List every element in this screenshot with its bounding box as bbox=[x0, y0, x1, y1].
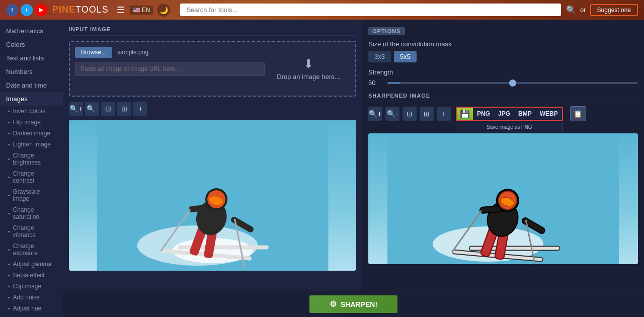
input-image-preview bbox=[69, 120, 356, 271]
content-area: INPUT IMAGE Browse... sample.png ⬇ Drop … bbox=[63, 20, 644, 317]
or-label: or bbox=[580, 6, 586, 14]
format-group-container: 💾 PNG JPG BMP WEBP Save image as PNG bbox=[456, 107, 563, 121]
sharpened-controls: 🔍+ 🔍- ⊡ ⊞ + 💾 PNG JPG BMP WEBP Save bbox=[368, 106, 638, 121]
mask-3x3-button[interactable]: 3x3 bbox=[368, 51, 391, 62]
strength-value: 50 bbox=[368, 79, 382, 87]
strength-label: Strength bbox=[368, 68, 638, 76]
skier-svg-left bbox=[69, 120, 356, 271]
filename-label: sample.png bbox=[117, 49, 148, 56]
sidebar-item-change-brightness[interactable]: Change brightness bbox=[0, 150, 63, 168]
strength-slider[interactable] bbox=[387, 82, 638, 84]
drop-area[interactable]: ⬇ Drop an image here... bbox=[267, 47, 350, 91]
sidebar-item-grayscale-image[interactable]: Grayscale image bbox=[0, 186, 63, 204]
mask-size-buttons: 3x3 5x5 bbox=[368, 51, 638, 62]
sharpened-image-preview bbox=[368, 133, 638, 264]
mask-size-option: Size of the convolution mask 3x3 5x5 bbox=[368, 40, 638, 62]
suggest-button[interactable]: Suggest one bbox=[590, 4, 638, 16]
input-skier-image bbox=[69, 120, 356, 271]
language-selector[interactable]: 🇺🇸EN bbox=[130, 6, 153, 15]
options-badge: OPTIONS bbox=[368, 27, 405, 35]
main-layout: Mathematics Colors Text and lists Number… bbox=[0, 20, 644, 317]
sidebar-item-change-contrast[interactable]: Change contrast bbox=[0, 168, 63, 186]
format-png-button[interactable]: PNG bbox=[473, 109, 494, 119]
sharpen-bar: ⚙ SHARPEN! bbox=[63, 291, 644, 317]
sidebar-item-sepia-effect[interactable]: Sepia effect bbox=[0, 270, 63, 281]
output-zoom-actual-button[interactable]: ⊞ bbox=[420, 107, 434, 121]
sidebar-item-images[interactable]: Images bbox=[0, 92, 63, 106]
copy-button[interactable]: 📋 bbox=[570, 106, 586, 121]
format-group: 💾 PNG JPG BMP WEBP bbox=[456, 107, 563, 121]
twitter-icon[interactable]: t bbox=[21, 4, 33, 16]
drop-arrow-icon: ⬇ bbox=[303, 57, 313, 71]
search-input[interactable] bbox=[180, 4, 561, 16]
sidebar-item-date-time[interactable]: Date and time bbox=[0, 78, 63, 92]
logo[interactable]: PINETOOLS bbox=[52, 5, 109, 15]
format-bmp-button[interactable]: BMP bbox=[514, 109, 536, 119]
sidebar-item-clip-image[interactable]: Clip image bbox=[0, 281, 63, 292]
strength-slider-row: 50 bbox=[368, 79, 638, 87]
zoom-out-button[interactable]: 🔍- bbox=[85, 102, 99, 116]
output-zoom-fit-button[interactable]: ⊡ bbox=[403, 107, 417, 121]
dark-mode-toggle[interactable]: 🌙 bbox=[157, 4, 170, 17]
sidebar-item-change-saturation[interactable]: Change saturation bbox=[0, 204, 63, 222]
zoom-actual-button[interactable]: ⊞ bbox=[117, 102, 131, 116]
sidebar-item-mathematics[interactable]: Mathematics bbox=[0, 24, 63, 38]
paste-input[interactable] bbox=[75, 62, 265, 76]
strength-option: Strength 50 bbox=[368, 68, 638, 87]
output-skier-image bbox=[368, 133, 638, 264]
sidebar-item-darken-image[interactable]: Darken image bbox=[0, 128, 63, 139]
youtube-icon[interactable]: ▶ bbox=[35, 4, 47, 16]
save-label: Save image as PNG bbox=[456, 123, 563, 131]
mask-size-label: Size of the convolution mask bbox=[368, 40, 638, 48]
facebook-icon[interactable]: f bbox=[6, 4, 18, 16]
sharpened-image-title: SHARPENED IMAGE bbox=[368, 93, 638, 102]
format-webp-button[interactable]: WEBP bbox=[536, 109, 562, 119]
skier-svg-right bbox=[368, 133, 638, 264]
sharpen-button-label: SHARPEN! bbox=[341, 300, 377, 308]
zoom-plus-button[interactable]: + bbox=[133, 102, 147, 116]
mask-5x5-button[interactable]: 5x5 bbox=[394, 51, 417, 62]
sidebar: Mathematics Colors Text and lists Number… bbox=[0, 20, 63, 317]
format-save-icon[interactable]: 💾 bbox=[457, 108, 473, 120]
zoom-fit-button[interactable]: ⊡ bbox=[101, 102, 115, 116]
input-zoom-controls: 🔍+ 🔍- ⊡ ⊞ + bbox=[69, 102, 356, 116]
sidebar-item-invert-colors[interactable]: Invert colors bbox=[0, 106, 63, 117]
sidebar-item-add-noise[interactable]: Add noise bbox=[0, 292, 63, 303]
output-zoom-out-button[interactable]: 🔍- bbox=[385, 107, 399, 121]
output-zoom-in-button[interactable]: 🔍+ bbox=[368, 107, 382, 121]
drop-label: Drop an image here... bbox=[277, 73, 340, 81]
search-icon[interactable]: 🔍 bbox=[566, 5, 576, 15]
hamburger-menu[interactable]: ☰ bbox=[117, 5, 125, 16]
zoom-in-button[interactable]: 🔍+ bbox=[69, 102, 83, 116]
sharpen-gear-icon: ⚙ bbox=[330, 299, 337, 309]
header: f t ▶ PINETOOLS ☰ 🇺🇸EN 🌙 🔍 or Suggest on… bbox=[0, 0, 644, 20]
social-links: f t ▶ bbox=[6, 4, 47, 16]
left-panel: INPUT IMAGE Browse... sample.png ⬇ Drop … bbox=[63, 20, 362, 317]
sharpen-button[interactable]: ⚙ SHARPEN! bbox=[309, 295, 397, 313]
sidebar-item-lighten-image[interactable]: Lighten image bbox=[0, 139, 63, 150]
sidebar-item-change-exposure[interactable]: Change exposure bbox=[0, 241, 63, 259]
input-image-title: INPUT IMAGE bbox=[69, 26, 356, 36]
right-panel: OPTIONS Size of the convolution mask 3x3… bbox=[362, 20, 644, 317]
sidebar-item-change-vibrance[interactable]: Change vibrance bbox=[0, 222, 63, 241]
format-jpg-button[interactable]: JPG bbox=[494, 109, 514, 119]
sidebar-item-adjust-gamma[interactable]: Adjust gamma bbox=[0, 259, 63, 270]
sidebar-item-flip-image[interactable]: Flip image bbox=[0, 117, 63, 128]
browse-button[interactable]: Browse... bbox=[75, 47, 112, 58]
input-section: Browse... sample.png ⬇ Drop an image her… bbox=[69, 41, 356, 97]
sidebar-item-colors[interactable]: Colors bbox=[0, 38, 63, 51]
sidebar-item-numbers[interactable]: Numbers bbox=[0, 65, 63, 78]
output-zoom-plus-button[interactable]: + bbox=[437, 107, 451, 121]
sidebar-item-adjust-hue[interactable]: Adjust hue bbox=[0, 303, 63, 314]
sidebar-item-text-lists[interactable]: Text and lists bbox=[0, 51, 63, 65]
